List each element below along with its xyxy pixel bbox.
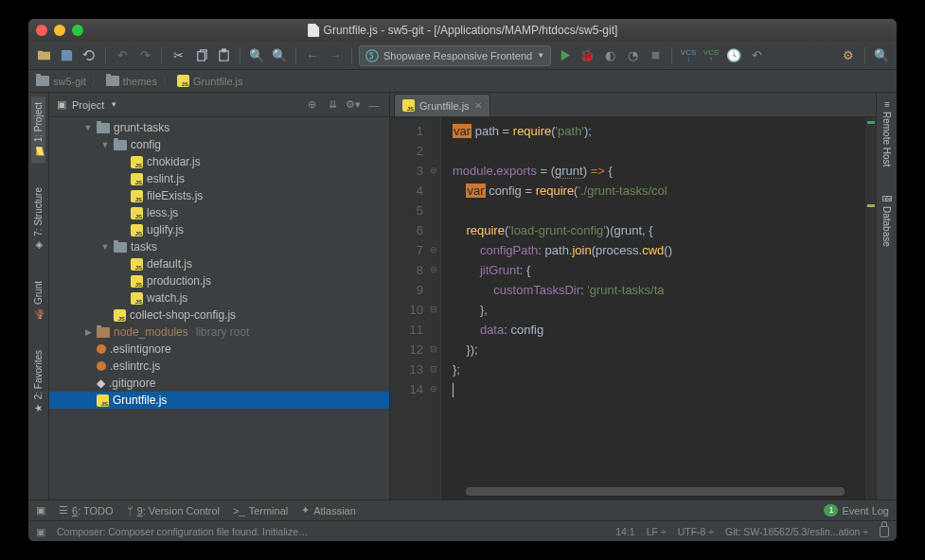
bottom-tab----todo[interactable]: ☰6: TODO [59,504,114,516]
debug-icon[interactable]: 🐞 [578,46,596,65]
bottom-tab----version-control[interactable]: ᛘ9: Version Control [127,505,220,516]
line-number[interactable]: 4 [394,181,423,201]
forward-icon[interactable]: → [326,46,345,65]
fold-icon[interactable]: ⊖ [430,161,437,181]
tree-item[interactable]: .eslintrc.js [49,358,389,375]
line-number[interactable]: 8⊖ [394,260,423,280]
tool-windows-icon[interactable]: ▣ [36,504,45,516]
line-number[interactable]: 9 [394,280,423,300]
close-window-button[interactable] [36,25,47,36]
run-config-dropdown[interactable]: Shopware Responsive Frontend ▼ [359,45,551,66]
tree-item[interactable]: less.js [49,204,389,221]
tree-item[interactable]: fileExists.js [49,187,389,204]
vcs-commit-icon[interactable]: VCS↑ [702,46,720,65]
code-content[interactable]: var path = require('path'); module.expor… [441,117,864,499]
cut-icon[interactable]: ✂ [169,46,187,65]
replace-icon[interactable]: 🔍 [270,46,289,65]
bottom-tab-terminal[interactable]: >_Terminal [233,505,288,516]
tree-item[interactable]: uglify.js [49,221,389,238]
tree-item[interactable]: watch.js [49,289,389,306]
line-number[interactable]: 7⊖ [394,240,423,260]
expand-arrow-icon[interactable]: ▼ [100,242,110,252]
tree-item[interactable]: production.js [49,272,389,289]
tree-item[interactable]: ▼grunt-tasks [49,119,389,136]
chevron-down-icon[interactable]: ▼ [110,100,117,109]
save-icon[interactable] [57,46,76,65]
expand-arrow-icon[interactable]: ▼ [100,140,110,149]
fold-icon[interactable]: ⊟ [430,359,437,379]
close-tab-icon[interactable]: ✕ [474,100,482,111]
collapse-all-icon[interactable]: ⇊ [325,97,340,113]
profile-icon[interactable]: ◔ [623,46,642,65]
expand-arrow-icon[interactable]: ▶ [83,327,93,337]
project-tree[interactable]: ▼grunt-tasks▼configchokidar.jseslint.jsf… [49,117,389,499]
line-number[interactable]: 13⊟ [394,359,423,379]
redo-icon[interactable]: ↷ [135,46,154,65]
gear-icon[interactable]: ⚙▾ [346,97,361,113]
tool-tab----structure[interactable]: ◈7: Structure [31,182,45,256]
line-number[interactable]: 12⊟ [394,340,423,359]
horizontal-scrollbar[interactable] [466,487,845,496]
search-everywhere-icon[interactable]: 🔍 [872,46,891,65]
breadcrumb-item[interactable]: Gruntfile.js [177,75,243,87]
find-icon[interactable]: 🔍 [247,46,266,65]
tool-tab-database[interactable]: 🗄Database [880,187,895,253]
file-encoding[interactable]: UTF-8 ÷ [678,526,714,537]
git-branch[interactable]: Git: SW-18562/5.3/eslin...ation ÷ [725,526,868,537]
tool-tab-remote-host[interactable]: ≡Remote Host [880,96,894,172]
coverage-icon[interactable]: ◐ [600,46,619,65]
bottom-tab-atlassian[interactable]: ✦Atlassian [301,504,356,516]
tree-item[interactable]: ▼tasks [49,238,389,255]
line-number[interactable]: 2 [394,141,423,161]
line-ending[interactable]: LF ÷ [647,526,667,537]
revert-icon[interactable]: ↶ [747,46,766,65]
settings-icon[interactable]: ⚙ [839,46,858,65]
caret-position[interactable]: 14:1 [615,526,634,537]
open-icon[interactable] [34,46,53,65]
line-number[interactable]: 1 [394,121,423,141]
line-number[interactable]: 3⊖ [394,161,423,181]
event-log-button[interactable]: 1Event Log [824,504,889,516]
tool-window-toggle-icon[interactable]: ▣ [36,526,45,537]
breadcrumb-item[interactable]: themes [106,76,157,87]
tree-item[interactable]: collect-shop-config.js [49,306,389,324]
tree-item[interactable]: ▼config [49,136,389,153]
stop-icon[interactable] [646,46,665,65]
fold-icon[interactable]: ⊖ [430,379,437,399]
tool-tab----project[interactable]: 📁1: Project [31,96,45,163]
tool-tab-grunt[interactable]: 🐗Grunt [31,275,45,325]
paste-icon[interactable] [214,46,233,65]
lock-icon[interactable] [880,526,889,537]
run-icon[interactable] [555,46,574,65]
hide-icon[interactable]: — [366,97,382,113]
error-stripe[interactable] [864,117,876,499]
breadcrumb-item[interactable]: sw5-git [36,76,86,87]
fold-icon[interactable]: ⊟ [430,300,437,320]
fold-icon[interactable]: ⊖ [430,260,437,280]
tree-item[interactable]: default.js [49,255,389,272]
scroll-from-source-icon[interactable]: ⊕ [304,97,319,113]
refresh-icon[interactable] [80,46,98,65]
vcs-update-icon[interactable]: VCS↓ [679,46,698,65]
expand-arrow-icon[interactable]: ▼ [83,123,93,132]
code-editor[interactable]: 123⊖4567⊖8⊖910⊟1112⊟13⊟14⊖ var path = re… [390,117,876,499]
back-icon[interactable]: ← [303,46,322,65]
tree-item[interactable]: eslint.js [49,170,389,187]
tool-tab----favorites[interactable]: ★2: Favorites [31,344,45,419]
maximize-window-button[interactable] [72,25,83,36]
fold-icon[interactable]: ⊟ [430,340,437,359]
tree-item[interactable]: ◆.gitignore [49,375,389,392]
tree-item[interactable]: Gruntfile.js [49,392,389,409]
line-number[interactable]: 14⊖ [394,379,423,399]
tree-item[interactable]: .eslintignore [49,341,389,358]
line-number[interactable]: 5 [394,201,423,220]
line-number[interactable]: 11 [394,320,423,340]
tree-item[interactable]: ▶node_moduleslibrary root [49,324,389,341]
copy-icon[interactable] [191,46,210,65]
minimize-window-button[interactable] [54,25,65,36]
history-icon[interactable]: 🕓 [724,46,743,65]
tree-item[interactable]: chokidar.js [49,153,389,170]
line-number[interactable]: 10⊟ [394,300,423,320]
editor-tab[interactable]: Gruntfile.js ✕ [394,94,490,116]
undo-icon[interactable]: ↶ [113,46,132,65]
